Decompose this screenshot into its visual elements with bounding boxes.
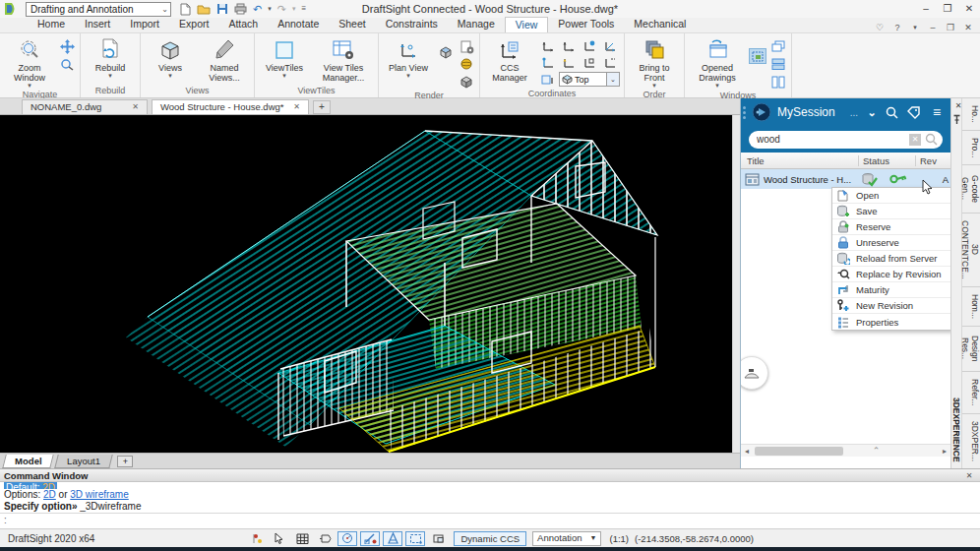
render-sphere-button[interactable]	[458, 56, 475, 72]
search-magnifier-icon[interactable]	[925, 133, 938, 146]
ccs-entity-button[interactable]	[559, 55, 579, 71]
etrack-toggle[interactable]	[383, 531, 402, 546]
doc-restore-button[interactable]: ❐	[943, 23, 958, 32]
view-orientation-select[interactable]: Top ⌄	[559, 72, 620, 87]
command-input[interactable]: :	[0, 513, 980, 528]
option-2d-link[interactable]: 2D	[43, 489, 56, 500]
doc-tab-wood-structure[interactable]: Wood Structure - House.dwg* ✕	[152, 99, 309, 114]
snap-toggle[interactable]	[247, 531, 267, 546]
tab-manage[interactable]: Manage	[448, 17, 505, 32]
help-button[interactable]: ?	[889, 23, 905, 32]
tab-view[interactable]: View	[505, 17, 549, 32]
doc-tab-noname[interactable]: NONAME_0.dwg ✕	[22, 99, 148, 114]
cascade-windows-button[interactable]	[769, 38, 787, 54]
named-views-button[interactable]: Named Views...	[199, 36, 250, 83]
pointer-toggle[interactable]	[270, 531, 289, 546]
tab-constraints[interactable]: Constraints	[376, 17, 448, 32]
rail-tab-0[interactable]: Ho...	[962, 98, 980, 131]
dynamic-ccs-button[interactable]: Dynamic CCS	[454, 531, 526, 546]
undo-dropdown[interactable]: ▾	[268, 2, 272, 16]
panel-ellipsis[interactable]: ...	[850, 107, 858, 118]
frame-toggle[interactable]	[405, 531, 425, 546]
rail-tab-3[interactable]: 3D CONTENTCE...	[962, 214, 980, 287]
panel-tag-icon[interactable]	[907, 106, 923, 119]
tab-sheet[interactable]: Sheet	[329, 17, 375, 32]
panel-menu-icon[interactable]: ≡	[929, 104, 945, 120]
pan-button[interactable]	[58, 38, 76, 54]
undo-button[interactable]: ↶	[253, 2, 262, 16]
rail-tab-7[interactable]: 3DXPER...	[962, 414, 980, 468]
scroll-right-icon[interactable]: ▸	[939, 447, 950, 456]
panel-horizontal-scrollbar[interactable]: ◂ ⌃ ▸	[741, 444, 950, 457]
panel-chevron-icon[interactable]: ⌄	[864, 106, 880, 119]
qat-customize-button[interactable]: ≡	[301, 2, 306, 16]
scroll-left-icon[interactable]: ◂	[741, 447, 753, 456]
rail-tab-2[interactable]: G-code Gen...	[962, 165, 980, 213]
close-button[interactable]: ✕	[958, 1, 980, 17]
command-window-header[interactable]: Command Window ✕	[0, 469, 980, 482]
bring-to-front-button[interactable]: Bring to Front ▾	[629, 36, 680, 89]
ccs-3point-button[interactable]	[538, 55, 558, 71]
panel-search-icon[interactable]	[886, 106, 901, 119]
rail-tab-5[interactable]: Design Res...	[962, 327, 980, 373]
tab-mechanical[interactable]: Mechanical	[624, 17, 696, 32]
ccs-zaxis-button[interactable]	[600, 38, 620, 54]
viewport-vertical-scrollbar[interactable]	[732, 115, 740, 453]
tile-vertical-button[interactable]	[769, 74, 787, 90]
menu-item-reload[interactable]: Reload from Server	[832, 251, 950, 267]
new-doc-tab-button[interactable]: +	[313, 100, 331, 114]
menu-item-maturity[interactable]: Maturity	[832, 282, 950, 298]
sheet-tab-layout1[interactable]: Layout1	[55, 455, 113, 468]
view-orientation-dropdown[interactable]: ⌄	[606, 73, 619, 86]
tab-home[interactable]: Home	[28, 17, 75, 32]
tab-insert[interactable]: Insert	[75, 17, 120, 32]
column-rev[interactable]: Rev	[916, 155, 950, 166]
ccs-previous-button[interactable]	[559, 38, 579, 54]
annotation-dropdown[interactable]: Annotation ▼	[532, 531, 601, 546]
menu-item-unreserve[interactable]: Unreserve	[832, 235, 950, 251]
column-status[interactable]: Status	[859, 155, 916, 166]
ccs-world-button[interactable]	[538, 38, 558, 54]
command-window-close-icon[interactable]: ✕	[962, 471, 976, 480]
panel-grip[interactable]	[743, 106, 746, 119]
search-input[interactable]	[757, 134, 905, 145]
tab-power-tools[interactable]: Power Tools	[548, 17, 624, 32]
search-clear-icon[interactable]: ✕	[909, 134, 921, 146]
doc-minimize-button[interactable]: –	[925, 23, 941, 32]
viewtiles-button[interactable]: ViewTiles ▾	[259, 36, 310, 79]
menu-item-save[interactable]: Save	[832, 204, 950, 219]
esnap-toggle[interactable]	[360, 531, 380, 546]
favorites-heart-icon[interactable]: ♡	[872, 23, 888, 32]
new-file-button[interactable]	[179, 3, 191, 16]
minimize-button[interactable]: –	[915, 1, 937, 17]
ccs-manager-button[interactable]: CCS Manager	[484, 36, 535, 83]
add-sheet-button[interactable]: +	[117, 456, 133, 467]
views-button[interactable]: Views ▾	[145, 36, 196, 79]
collapse-chevron-icon[interactable]: ⌃	[873, 446, 881, 456]
render-cube-button[interactable]	[437, 44, 455, 60]
scrollbar-thumb[interactable]	[755, 447, 843, 456]
workspace-selector[interactable]: Drafting and Annotation ⌄	[26, 2, 171, 17]
drawing-viewport[interactable]	[0, 115, 732, 453]
rail-tab-4[interactable]: Hom...	[962, 287, 980, 327]
search-field[interactable]: ✕	[749, 131, 943, 149]
save-button[interactable]	[216, 3, 228, 15]
ccs-view-button[interactable]	[600, 55, 620, 71]
zoom-dynamic-button[interactable]	[58, 56, 76, 72]
render-settings-button[interactable]	[458, 38, 475, 54]
menu-item-replace-by-revision[interactable]: Replace by Revision	[832, 267, 950, 282]
plan-view-button[interactable]: Plan View ▾	[383, 36, 434, 79]
menu-item-new-revision[interactable]: New Revision	[832, 298, 950, 314]
ccs-face-button[interactable]	[580, 55, 599, 71]
open-file-button[interactable]	[197, 3, 211, 15]
viewtiles-manager-button[interactable]: View Tiles Manager...	[313, 36, 374, 83]
option-3d-wireframe-link[interactable]: 3D wireframe	[70, 489, 128, 500]
sheet-tab-model[interactable]: Model	[2, 455, 54, 468]
window-arrange-button[interactable]	[749, 48, 766, 64]
rail-tab-6[interactable]: Refer...	[962, 372, 980, 413]
mouse-gestures-button[interactable]	[740, 356, 768, 390]
print-button[interactable]	[234, 3, 247, 15]
help-dropdown[interactable]: ▾	[907, 24, 923, 31]
ccs-named-button[interactable]	[538, 72, 558, 88]
command-history[interactable]: Default: 2D Options: 2D or 3D wireframe …	[0, 482, 980, 513]
